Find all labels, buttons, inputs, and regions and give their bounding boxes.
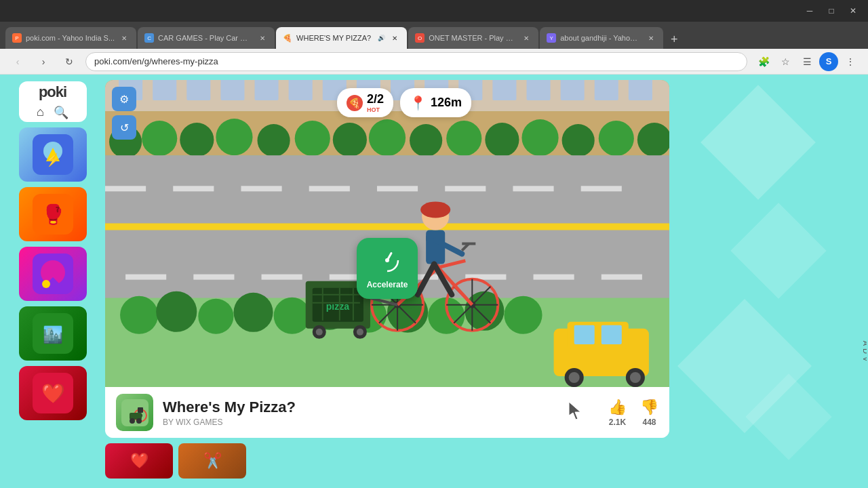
tab-gandhiji[interactable]: Y about gandhiji - Yahoo In... ✕ — [540, 27, 663, 49]
tab-car-games[interactable]: C CAR GAMES - Play Car Ga... ✕ — [138, 27, 275, 49]
game-thumb-icon-5: ❤️ — [19, 366, 87, 420]
tab-favicon-car: C — [144, 33, 154, 43]
dislike-rating[interactable]: 👎 448 — [640, 399, 658, 427]
svg-rect-81 — [601, 325, 622, 344]
svg-point-83 — [569, 372, 580, 383]
like-rating[interactable]: 👍 2.1K — [608, 399, 627, 427]
minimize-button[interactable]: ─ — [800, 4, 819, 18]
pizza-count-badge: 🍕 2/2 HOT — [337, 88, 393, 117]
refresh-button[interactable]: ↻ — [60, 52, 79, 71]
sidebar-game-thumb-2[interactable]: 🥊 — [19, 187, 87, 241]
url-text: poki.com/en/g/wheres-my-pizza — [94, 56, 218, 66]
window-controls: ─ □ ✕ — [800, 4, 863, 18]
svg-rect-54 — [377, 186, 418, 191]
tab-favicon-pizza: 🍕 — [283, 33, 292, 43]
tab-close-icon[interactable]: ✕ — [521, 33, 532, 43]
distance-text: 126m — [431, 96, 462, 110]
svg-point-35 — [180, 123, 214, 157]
svg-rect-133 — [138, 407, 143, 413]
tab-close-icon[interactable]: ✕ — [646, 33, 656, 43]
sidebar-game-thumb-5[interactable]: ❤️ — [19, 366, 87, 420]
thumbs-down-icon[interactable]: 👎 — [640, 399, 658, 416]
hud-pizza-count: 2/2 HOT — [367, 92, 384, 113]
search-icon[interactable]: 🔍 — [54, 105, 68, 120]
game-scene-svg: pizza — [105, 80, 669, 387]
tab-label: ONET MASTER - Play One... — [429, 34, 517, 42]
svg-point-126 — [385, 258, 389, 262]
svg-rect-80 — [574, 325, 595, 344]
svg-rect-50 — [105, 186, 146, 191]
distance-badge: 📍 126m — [400, 88, 471, 117]
bottom-thumb-2[interactable]: ✂️ — [178, 443, 246, 479]
svg-rect-52 — [241, 186, 281, 191]
browser-actions: 🧩 ☆ ☰ S ⋮ — [754, 52, 860, 71]
tab-label: CAR GAMES - Play Car Ga... — [158, 34, 253, 42]
svg-rect-51 — [173, 186, 214, 191]
restart-button[interactable]: ↺ — [112, 115, 136, 140]
back-button[interactable]: ‹ — [8, 52, 27, 71]
extensions-button[interactable]: 🧩 — [754, 52, 773, 71]
url-bar[interactable]: poki.com/en/g/wheres-my-pizza — [85, 52, 747, 71]
pizza-count-text: 2/2 — [367, 92, 384, 106]
bookmark-button[interactable]: ☆ — [776, 52, 795, 71]
game-ratings: 👍 2.1K 👎 448 — [608, 399, 658, 427]
game-thumb-icon-1: ⚡ — [19, 127, 87, 182]
svg-point-38 — [295, 121, 330, 156]
pizza-icon: 🍕 — [347, 95, 363, 111]
address-bar: ‹ › ↻ poki.com/en/g/wheres-my-pizza 🧩 ☆ … — [0, 49, 868, 75]
accelerate-button[interactable]: Accelerate — [357, 238, 418, 299]
forward-button[interactable]: › — [34, 52, 53, 71]
home-icon[interactable]: ⌂ — [37, 105, 44, 120]
svg-point-92 — [357, 329, 363, 336]
settings-button[interactable]: ⚙ — [112, 87, 136, 111]
svg-point-77 — [504, 296, 542, 334]
tab-favicon-onet: O — [415, 33, 425, 43]
bookmark-manager-button[interactable]: ☰ — [797, 52, 816, 71]
svg-rect-57 — [581, 186, 622, 191]
game-viewport[interactable]: pizza — [105, 80, 669, 387]
bottom-thumb-1[interactable]: ❤️ — [105, 443, 173, 479]
accelerate-text: Accelerate — [367, 280, 408, 289]
sidebar-game-thumb-3[interactable] — [19, 247, 87, 301]
poki-logo[interactable]: poki ⌂ 🔍 — [19, 81, 87, 122]
thumbs-up-icon[interactable]: 👍 — [608, 399, 627, 416]
poki-nav: ⌂ 🔍 — [37, 105, 68, 120]
svg-point-45 — [562, 124, 595, 157]
tab-close-icon[interactable]: ✕ — [119, 33, 130, 43]
svg-point-39 — [333, 123, 367, 157]
svg-point-34 — [142, 121, 177, 156]
svg-rect-59 — [193, 274, 234, 280]
svg-point-44 — [521, 119, 558, 156]
sidebar-game-thumb-1[interactable]: ⚡ — [19, 127, 87, 182]
svg-text:❤️: ❤️ — [41, 382, 64, 405]
location-pin-icon: 📍 — [410, 95, 427, 111]
sidebar-game-thumb-4[interactable]: 🏙️ — [19, 306, 87, 361]
svg-rect-58 — [125, 274, 166, 280]
dislike-count: 448 — [642, 418, 656, 427]
game-developer: BY WIX GAMES — [163, 418, 559, 427]
game-thumb-icon-4: 🏙️ — [19, 306, 87, 361]
tab-poki-yahoo[interactable]: P poki.com - Yahoo India S... ✕ — [5, 27, 136, 49]
svg-point-68 — [156, 291, 197, 332]
right-panel: ADV — [675, 75, 868, 488]
close-button[interactable]: ✕ — [844, 4, 863, 18]
svg-point-71 — [274, 298, 311, 334]
profile-button[interactable]: S — [819, 52, 838, 71]
svg-rect-55 — [445, 186, 486, 191]
svg-rect-49 — [105, 223, 669, 230]
svg-point-36 — [216, 119, 252, 155]
game-icon — [116, 394, 153, 431]
new-tab-button[interactable]: + — [665, 30, 684, 49]
tab-wheres-my-pizza[interactable]: 🍕 WHERE'S MY PIZZA? 🔊 ✕ — [276, 27, 407, 49]
tab-favicon-poki: P — [12, 33, 22, 43]
menu-button[interactable]: ⋮ — [841, 52, 860, 71]
svg-rect-53 — [309, 186, 350, 191]
tab-onet-master[interactable]: O ONET MASTER - Play One... ✕ — [408, 27, 538, 49]
svg-text:🏙️: 🏙️ — [43, 325, 63, 344]
maximize-button[interactable]: □ — [822, 4, 841, 18]
svg-point-69 — [198, 299, 233, 334]
tab-label: about gandhiji - Yahoo In... — [560, 34, 642, 42]
game-info-bar: Where's My Pizza? BY WIX GAMES 👍 2.1K — [105, 387, 669, 438]
tab-close-icon[interactable]: ✕ — [257, 33, 268, 43]
tab-close-icon[interactable]: ✕ — [389, 33, 400, 43]
